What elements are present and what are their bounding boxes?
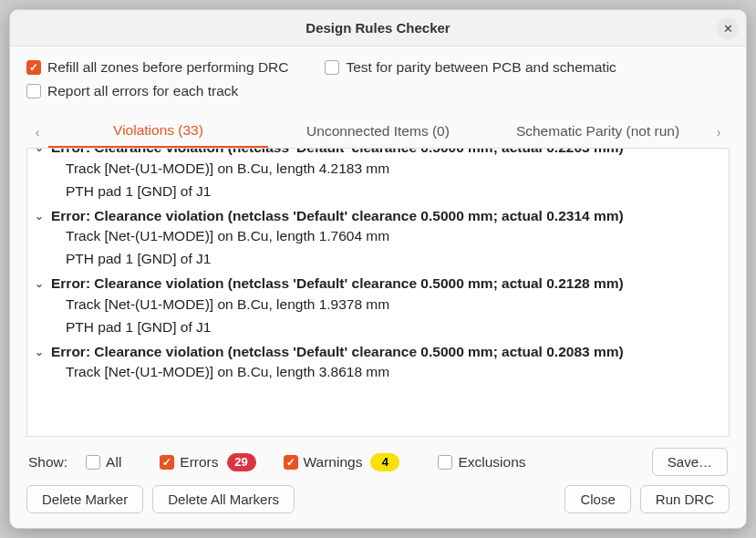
errors-count-badge: 29 (227, 453, 256, 471)
checkbox-checked-icon (26, 60, 41, 75)
violation-detail-line[interactable]: Track [Net-(U1-MODE)] on B.Cu, length 4.… (66, 158, 725, 181)
tab-scroll-left[interactable]: ‹ (26, 116, 48, 148)
filter-errors[interactable]: Errors 29 (160, 453, 255, 471)
filter-exclusions-label: Exclusions (458, 454, 525, 471)
options-left-column: Refill all zones before performing DRC R… (26, 59, 288, 99)
save-button[interactable]: Save… (652, 448, 728, 476)
chevron-left-icon: ‹ (36, 125, 40, 140)
options-row: Refill all zones before performing DRC R… (26, 59, 730, 105)
violation-title: Error: Clearance violation (netclass 'De… (51, 207, 725, 226)
violation-detail-line[interactable]: Track [Net-(U1-MODE)] on B.Cu, length 1.… (66, 294, 725, 316)
violation-title: Error: Clearance violation (netclass 'De… (51, 274, 725, 294)
checkbox-checked-icon (160, 455, 174, 470)
tab-bar: ‹ Violations (33) Unconnected Items (0) … (26, 116, 730, 149)
chevron-down-icon[interactable]: ⌄ (35, 148, 47, 155)
chevron-down-icon[interactable]: ⌄ (35, 343, 47, 359)
filter-errors-label: Errors (180, 454, 218, 471)
violation-details: Track [Net-(U1-MODE)] on B.Cu, length 3.… (31, 361, 725, 384)
tab-unconnected[interactable]: Unconnected Items (0) (268, 116, 488, 148)
violation-details: Track [Net-(U1-MODE)] on B.Cu, length 4.… (31, 158, 725, 203)
filter-warnings-label: Warnings (304, 454, 363, 471)
checkbox-icon (26, 84, 41, 98)
violation-header[interactable]: ⌄Error: Clearance violation (netclass 'D… (31, 343, 725, 362)
violation-details: Track [Net-(U1-MODE)] on B.Cu, length 1.… (31, 225, 725, 271)
chevron-right-icon: › (717, 125, 721, 140)
refill-zones-label: Refill all zones before performing DRC (47, 59, 288, 76)
test-parity-option[interactable]: Test for parity between PCB and schemati… (325, 59, 616, 76)
violation-header[interactable]: ⌄Error: Clearance violation (netclass 'D… (31, 207, 725, 226)
violation-item[interactable]: ⌄Error: Clearance violation (netclass 'D… (31, 272, 725, 340)
show-label: Show: (28, 454, 67, 471)
filter-bar: Show: All Errors 29 Warnings 4 Exclusio (26, 437, 730, 485)
checkbox-icon (325, 60, 339, 75)
violation-detail-line[interactable]: Track [Net-(U1-MODE)] on B.Cu, length 3.… (66, 361, 725, 384)
violation-detail-line[interactable]: Track [Net-(U1-MODE)] on B.Cu, length 1.… (66, 225, 725, 248)
tab-schematic-label: Schematic Parity (not run) (516, 123, 679, 140)
violations-tree: ⌄Error: Clearance violation (netclass 'D… (27, 148, 729, 421)
violation-item[interactable]: ⌄Error: Clearance violation (netclass 'D… (31, 148, 725, 204)
tab-unconnected-label: Unconnected Items (0) (306, 123, 450, 140)
filter-exclusions[interactable]: Exclusions (438, 454, 525, 471)
checkbox-checked-icon (284, 455, 298, 470)
violation-header[interactable]: ⌄Error: Clearance violation (netclass 'D… (31, 274, 725, 294)
report-all-errors-label: Report all errors for each track (47, 83, 238, 99)
test-parity-label: Test for parity between PCB and schemati… (346, 59, 616, 76)
refill-zones-option[interactable]: Refill all zones before performing DRC (26, 59, 288, 76)
report-all-errors-option[interactable]: Report all errors for each track (26, 83, 288, 99)
warnings-count-badge: 4 (370, 453, 399, 471)
window-title: Design Rules Checker (306, 20, 450, 36)
run-drc-button[interactable]: Run DRC (640, 485, 730, 513)
filter-all-label: All (106, 454, 121, 471)
violation-header[interactable]: ⌄Error: Clearance violation (netclass 'D… (31, 148, 725, 158)
chevron-down-icon[interactable]: ⌄ (35, 207, 47, 223)
filter-all[interactable]: All (86, 454, 121, 471)
tab-violations[interactable]: Violations (33) (48, 116, 268, 148)
violation-title: Error: Clearance violation (netclass 'De… (51, 148, 725, 158)
dialog-content: Refill all zones before performing DRC R… (10, 47, 746, 528)
violation-item[interactable]: ⌄Error: Clearance violation (netclass 'D… (31, 204, 725, 273)
button-row: Delete Marker Delete All Markers Close R… (26, 485, 730, 513)
violation-item[interactable]: ⌄Error: Clearance violation (netclass 'D… (31, 340, 725, 386)
filter-warnings[interactable]: Warnings 4 (284, 453, 400, 471)
tab-schematic-parity[interactable]: Schematic Parity (not run) (488, 116, 708, 148)
violation-detail-line[interactable]: PTH pad 1 [GND] of J1 (66, 181, 725, 203)
options-right-column: Test for parity between PCB and schemati… (325, 59, 616, 99)
violation-detail-line[interactable]: PTH pad 1 [GND] of J1 (66, 248, 725, 271)
violation-title: Error: Clearance violation (netclass 'De… (51, 343, 725, 362)
close-icon: ✕ (723, 22, 733, 36)
violation-detail-line[interactable]: PTH pad 1 [GND] of J1 (66, 316, 725, 339)
titlebar: Design Rules Checker ✕ (10, 10, 746, 47)
window-close-button[interactable]: ✕ (717, 17, 739, 39)
delete-all-markers-button[interactable]: Delete All Markers (152, 485, 295, 513)
violation-details: Track [Net-(U1-MODE)] on B.Cu, length 1.… (31, 294, 725, 339)
checkbox-icon (438, 455, 452, 470)
close-button[interactable]: Close (564, 485, 630, 513)
delete-marker-button[interactable]: Delete Marker (26, 485, 143, 513)
tab-violations-label: Violations (33) (113, 122, 203, 139)
drc-dialog: Design Rules Checker ✕ Refill all zones … (9, 9, 747, 529)
checkbox-icon (86, 455, 100, 470)
violations-panel[interactable]: ⌄Error: Clearance violation (netclass 'D… (26, 148, 730, 437)
tab-scroll-right[interactable]: › (708, 116, 730, 148)
chevron-down-icon[interactable]: ⌄ (35, 274, 47, 291)
